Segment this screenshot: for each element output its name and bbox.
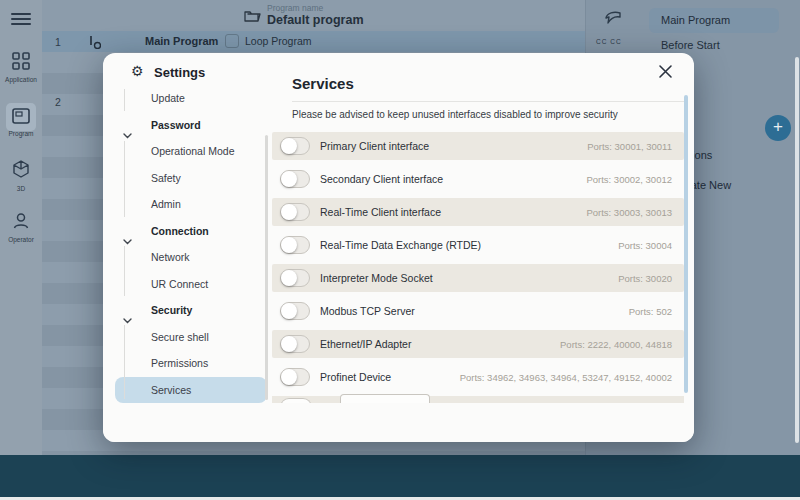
polyscope-app: Program name Default program 1 Main Prog… [0, 0, 800, 500]
nav-scrollbar[interactable] [265, 135, 268, 400]
settings-nav-label: Update [151, 85, 185, 111]
settings-nav-security[interactable]: Security [115, 297, 267, 323]
toggle-knob [281, 303, 297, 319]
services-scrollbar[interactable] [684, 95, 688, 393]
before-start-item[interactable]: Before Start [661, 39, 720, 51]
settings-nav-connection[interactable]: Connection [115, 218, 267, 244]
services-list: Primary Client interfacePorts: 30001, 30… [272, 132, 684, 396]
program-node-icon [89, 35, 101, 53]
toggle-switch[interactable] [280, 335, 310, 353]
service-ports: Ports: 30001, 30011 [587, 141, 672, 152]
sidebar-item-3d[interactable]: 3D [0, 160, 42, 192]
row-number: 1 [55, 36, 61, 48]
add-node-button[interactable]: + [765, 115, 791, 141]
settings-nav-label: Admin [151, 191, 181, 217]
partial-service-row [272, 396, 684, 403]
toggle-switch[interactable] [280, 170, 310, 188]
gear-icon: ⚙ [131, 63, 144, 79]
service-ports: Ports: 30003, 30013 [586, 207, 672, 218]
cc-column-label: CC CC [596, 38, 622, 45]
service-name: Interpreter Mode Socket [320, 272, 433, 284]
security-advisory-text: Please be advised to keep unused interfa… [292, 109, 618, 120]
nav-guide-line [124, 89, 125, 111]
toggle-knob [281, 369, 297, 385]
settings-nav-label: Secure shell [151, 324, 209, 350]
row-number: 2 [55, 96, 61, 108]
toggle-switch[interactable] [280, 368, 310, 386]
sidebar-item-operator[interactable]: Operator [0, 212, 42, 243]
toggle-knob [281, 171, 297, 187]
nav-guide-line [124, 246, 125, 296]
nav-guide-line [124, 325, 125, 399]
pointer-icon [604, 11, 622, 30]
service-ports: Ports: 30002, 30012 [586, 174, 672, 185]
sidebar-item-program[interactable]: Program [0, 108, 42, 137]
service-ports: Ports: 30004 [618, 240, 672, 251]
program-name-label: Program name [267, 3, 364, 13]
service-name: Real-Time Client interface [320, 206, 441, 218]
sidebar-item-label: 3D [0, 185, 42, 192]
settings-nav-label: Connection [151, 218, 209, 244]
settings-nav-update[interactable]: Update [115, 85, 267, 111]
settings-nav-secure-shell[interactable]: Secure shell [115, 324, 267, 350]
service-ports: Ports: 2222, 40000, 44818 [560, 339, 672, 350]
sidebar-item-label: Program [0, 130, 42, 137]
services-page-title: Services [292, 75, 354, 92]
panel-scrollbar[interactable] [795, 57, 799, 443]
bottom-bar: Robot State Off − Speed 100 % + [0, 455, 800, 497]
service-name: Secondary Client interface [320, 173, 443, 185]
toggle-switch[interactable] [280, 269, 310, 287]
toggle-knob [281, 336, 297, 352]
service-ports: Ports: 30020 [618, 273, 672, 284]
program-row-main[interactable]: 1 Main Program Loop Program [42, 31, 585, 52]
settings-nav-admin[interactable]: Admin [115, 191, 267, 217]
main-program-chip[interactable]: Main Program [649, 8, 779, 33]
loop-program-checkbox[interactable] [225, 34, 239, 48]
service-ports: Ports: 502 [629, 306, 672, 317]
settings-nav-ur-connect[interactable]: UR Connect [115, 271, 267, 297]
settings-nav-label: Services [151, 377, 191, 403]
service-name: Modbus TCP Server [320, 305, 415, 317]
folder-open-icon [244, 9, 261, 27]
settings-nav-password[interactable]: Password [115, 112, 267, 138]
settings-nav-label: Safety [151, 165, 181, 191]
cube-icon [12, 160, 30, 183]
program-row-label: Main Program [145, 35, 218, 47]
person-icon [12, 212, 30, 234]
settings-nav-label: Security [151, 297, 192, 323]
settings-nav-label: UR Connect [151, 271, 208, 297]
grid-icon [12, 52, 30, 74]
settings-nav: UpdatePasswordOperational ModeSafetyAdmi… [115, 85, 270, 425]
sidebar-item-application[interactable]: Application [0, 52, 42, 83]
service-ports: Ports: 34962, 34963, 34964, 53247, 49152… [460, 372, 672, 383]
settings-nav-services[interactable]: Services [115, 377, 267, 403]
service-row: Real-Time Data Exchange (RTDE)Ports: 300… [272, 231, 684, 259]
modal-footer: Lock and Close [103, 403, 694, 442]
toggle-knob [281, 270, 297, 286]
close-icon[interactable] [658, 64, 673, 79]
hamburger-menu-icon[interactable] [11, 10, 31, 24]
settings-nav-permissions[interactable]: Permissions [115, 350, 267, 376]
loop-program-label: Loop Program [245, 35, 312, 47]
service-name: Profinet Device [320, 371, 391, 383]
service-row: Interpreter Mode SocketPorts: 30020 [272, 264, 684, 292]
service-row: Ethernet/IP AdapterPorts: 2222, 40000, 4… [272, 330, 684, 358]
toggle-knob [281, 204, 297, 220]
service-name: Ethernet/IP Adapter [320, 338, 411, 350]
settings-modal: ⚙ Settings UpdatePasswordOperational Mod… [103, 53, 694, 442]
settings-nav-network[interactable]: Network [115, 244, 267, 270]
service-row: Secondary Client interfacePorts: 30002, … [272, 165, 684, 193]
toggle-knob [281, 237, 297, 253]
program-title-block: Program name Default program [267, 3, 364, 27]
settings-nav-safety[interactable]: Safety [115, 165, 267, 191]
settings-nav-label: Password [151, 112, 201, 138]
toggle-switch[interactable] [280, 302, 310, 320]
settings-nav-operational-mode[interactable]: Operational Mode [115, 138, 267, 164]
toggle-switch[interactable] [280, 137, 310, 155]
service-name: Primary Client interface [320, 140, 429, 152]
sidebar-item-label: Application [0, 76, 42, 83]
service-name: Real-Time Data Exchange (RTDE) [320, 239, 481, 251]
service-row: Primary Client interfacePorts: 30001, 30… [272, 132, 684, 160]
toggle-switch[interactable] [280, 203, 310, 221]
toggle-switch[interactable] [280, 236, 310, 254]
